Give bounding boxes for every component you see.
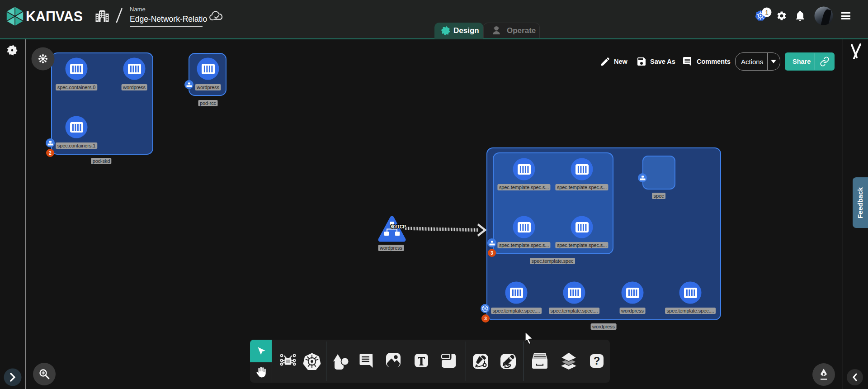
svg-text:?: ? bbox=[594, 355, 600, 367]
